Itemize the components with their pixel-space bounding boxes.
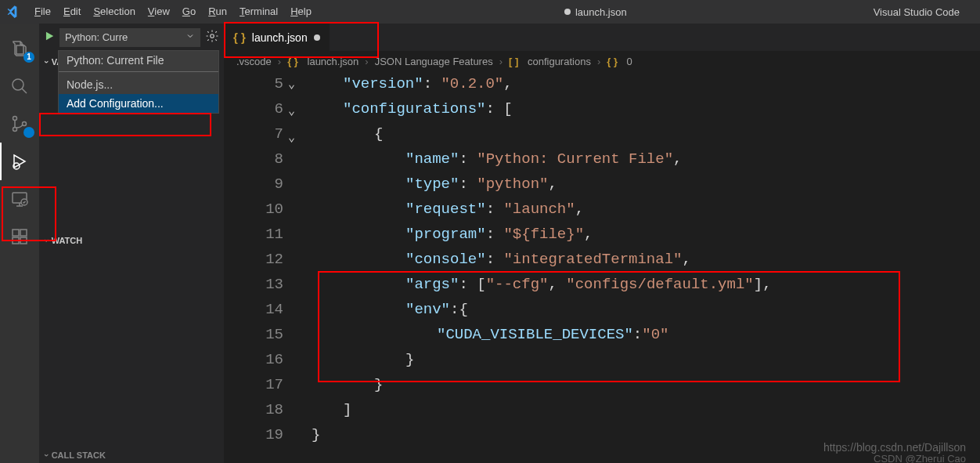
menu-edit[interactable]: Edit	[57, 0, 87, 24]
code-line[interactable]: "version": "0.2.0",	[312, 71, 980, 96]
fold-toggle-icon[interactable]: ⌄	[288, 98, 308, 125]
modified-dot-icon	[314, 34, 320, 41]
debug-toolbar: Python: Curre	[39, 24, 224, 51]
menu-bar: FileEditSelectionViewGoRunTerminalHelp	[28, 0, 318, 24]
line-number: 6	[224, 96, 283, 121]
code-editor[interactable]: 5678910111213141516171819 ⌄⌄⌄ "version":…	[224, 71, 980, 463]
breadcrumb-lang[interactable]: JSON Language Features	[375, 56, 493, 67]
editor-tabs: { } launch.json	[224, 24, 980, 51]
code-line[interactable]: ]	[312, 397, 980, 422]
line-number: 16	[224, 347, 283, 372]
code-line[interactable]: "args": ["--cfg", "configs/default.yml"]…	[312, 272, 980, 297]
explorer-badge: 1	[23, 52, 34, 63]
activity-explorer[interactable]: 1	[0, 30, 39, 67]
config-option-python-current[interactable]: Python: Current File	[59, 51, 218, 72]
config-dropdown-list: Python: Current File Node.js... Add Conf…	[58, 50, 219, 114]
menu-selection[interactable]: Selection	[87, 0, 141, 24]
code-line[interactable]: {	[312, 121, 980, 146]
section-callstack-label: CALL STACK	[52, 450, 106, 460]
svg-point-11	[211, 34, 214, 38]
watermark-text: https://blog.csdn.net/Dajillson	[823, 441, 966, 454]
config-option-add[interactable]: Add Configuration...	[59, 94, 218, 113]
app-name: Visual Studio Code	[874, 6, 980, 18]
editor-area: { } launch.json .vscode › { } launch.jso…	[224, 24, 980, 463]
code-line[interactable]: }	[312, 372, 980, 397]
breadcrumb-index[interactable]: { } 0	[607, 56, 632, 67]
chevron-right-icon: ›	[365, 56, 368, 67]
line-number: 17	[224, 372, 283, 397]
json-file-icon: { }	[233, 31, 246, 44]
svg-point-2	[13, 128, 17, 132]
title-filename: launch.json	[575, 6, 627, 18]
breadcrumb-folder[interactable]: .vscode	[236, 56, 272, 67]
activity-source-control[interactable]	[0, 105, 39, 143]
chevron-down-icon: ›	[42, 60, 52, 63]
window-title: launch.json	[318, 6, 874, 18]
chevron-right-icon: ›	[597, 56, 600, 67]
start-debug-icon[interactable]	[44, 31, 55, 44]
svg-rect-9	[20, 237, 27, 244]
fold-column: ⌄⌄⌄	[288, 71, 308, 463]
menu-file[interactable]: File	[28, 0, 57, 24]
config-option-node[interactable]: Node.js...	[59, 75, 218, 94]
chevron-right-icon: ›	[499, 56, 503, 67]
svg-rect-7	[13, 230, 19, 236]
watermark-text-2: CSDN @Zherui Cao	[874, 453, 966, 463]
line-number: 19	[224, 422, 283, 447]
line-number: 7	[224, 121, 283, 146]
svg-rect-10	[20, 230, 27, 236]
line-number: 13	[224, 272, 283, 297]
chevron-down-icon	[186, 31, 195, 43]
code-line[interactable]: }	[312, 347, 980, 372]
breadcrumb[interactable]: .vscode › { } launch.json › JSON Languag…	[224, 51, 980, 71]
code-line[interactable]: "name": "Python: Current File",	[312, 146, 980, 172]
line-number: 14	[224, 297, 283, 322]
menu-go[interactable]: Go	[176, 0, 202, 24]
activity-search[interactable]	[0, 67, 39, 105]
code-line[interactable]: "request": "launch",	[312, 197, 980, 222]
chevron-right-icon: ›	[278, 56, 281, 67]
code-line[interactable]: "env":{	[312, 297, 980, 322]
menu-help[interactable]: Help	[284, 0, 318, 24]
menu-run[interactable]: Run	[202, 0, 233, 24]
line-number: 10	[224, 197, 283, 222]
chevron-down-icon: ›	[42, 454, 52, 457]
code-line[interactable]: "program": "${file}",	[312, 222, 980, 247]
config-gear-icon[interactable]	[205, 29, 219, 45]
modified-dot-icon	[564, 9, 571, 15]
tab-label: launch.json	[252, 31, 308, 44]
activity-bar: 1	[0, 24, 39, 463]
tab-launch-json[interactable]: { } launch.json	[224, 24, 330, 51]
line-number: 15	[224, 322, 283, 347]
line-number: 11	[224, 222, 283, 247]
section-watch[interactable]: › WATCH	[39, 233, 224, 248]
fold-toggle-icon[interactable]: ⌄	[288, 125, 308, 151]
chevron-down-icon: ›	[42, 239, 52, 242]
line-number: 12	[224, 247, 283, 272]
launch-config-dropdown[interactable]: Python: Curre	[59, 28, 200, 47]
svg-rect-8	[13, 237, 19, 244]
activity-run-debug[interactable]	[0, 143, 39, 180]
activity-remote[interactable]	[0, 180, 39, 218]
selected-config-label: Python: Curre	[65, 31, 128, 43]
section-watch-label: WATCH	[52, 236, 83, 245]
title-bar: FileEditSelectionViewGoRunTerminalHelp l…	[0, 0, 980, 24]
line-number-gutter: 5678910111213141516171819	[224, 71, 288, 463]
debug-sidebar: Python: Curre Python: Current File Node.…	[39, 24, 224, 463]
menu-terminal[interactable]: Terminal	[233, 0, 284, 24]
breadcrumb-file[interactable]: { } launch.json	[287, 56, 358, 67]
breadcrumb-configurations[interactable]: [ ] configurations	[509, 56, 591, 67]
scm-badge-icon	[23, 127, 34, 138]
code-content[interactable]: "version": "0.2.0","configurations": [{"…	[308, 71, 980, 463]
line-number: 8	[224, 146, 283, 172]
fold-toggle-icon[interactable]: ⌄	[288, 71, 308, 98]
vscode-logo-icon	[0, 5, 28, 19]
menu-view[interactable]: View	[142, 0, 176, 24]
code-line[interactable]: "configurations": [	[312, 96, 980, 121]
section-callstack[interactable]: › CALL STACK	[39, 447, 224, 463]
code-line[interactable]: "console": "integratedTerminal",	[312, 247, 980, 272]
code-line[interactable]: "CUDA_VISIBLE_DEVICES":"0"	[312, 322, 980, 347]
activity-extensions[interactable]	[0, 218, 39, 255]
svg-point-1	[13, 117, 17, 121]
code-line[interactable]: "type": "python",	[312, 172, 980, 197]
